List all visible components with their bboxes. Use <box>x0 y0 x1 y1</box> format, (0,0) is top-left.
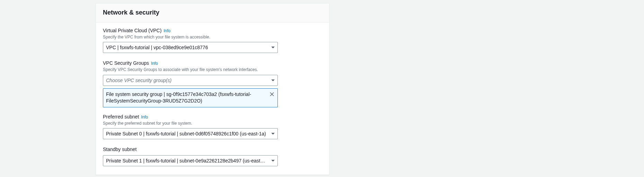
vpc-info-link[interactable]: Info <box>164 28 170 33</box>
standby-subnet-value: Private Subnet 1 | fsxwfs-tutorial | sub… <box>106 158 266 163</box>
close-icon[interactable] <box>269 91 275 97</box>
vpc-field: Virtual Private Cloud (VPC) Info Specify… <box>103 27 322 53</box>
caret-down-icon <box>271 47 275 48</box>
security-group-token: File system security group | sg-0f9c1577… <box>103 88 278 107</box>
standby-subnet-label: Standby subnet <box>103 147 136 152</box>
vpc-label: Virtual Private Cloud (VPC) <box>103 28 161 33</box>
preferred-subnet-description: Specify the preferred subnet for your fi… <box>103 121 322 126</box>
preferred-subnet-info-link[interactable]: Info <box>141 115 148 120</box>
vpc-description: Specify the VPC from which your file sys… <box>103 34 322 40</box>
preferred-subnet-select[interactable]: Private Subnet 0 | fsxwfs-tutorial | sub… <box>103 128 278 139</box>
security-groups-field: VPC Security Groups Info Specify VPC Sec… <box>103 60 322 107</box>
security-group-token-label: File system security group | sg-0f9c1577… <box>106 91 251 104</box>
preferred-subnet-label: Preferred subnet <box>103 114 139 120</box>
network-security-panel: Network & security Virtual Private Cloud… <box>96 3 329 175</box>
security-groups-placeholder: Choose VPC security group(s) <box>106 78 171 83</box>
standby-subnet-field: Standby subnet Private Subnet 1 | fsxwfs… <box>103 146 322 166</box>
security-groups-info-link[interactable]: Info <box>151 61 158 66</box>
caret-down-icon <box>271 160 275 161</box>
standby-subnet-select[interactable]: Private Subnet 1 | fsxwfs-tutorial | sub… <box>103 155 278 166</box>
panel-title: Network & security <box>103 9 322 16</box>
security-groups-label: VPC Security Groups <box>103 60 149 66</box>
preferred-subnet-value: Private Subnet 0 | fsxwfs-tutorial | sub… <box>106 131 266 136</box>
vpc-select[interactable]: VPC | fsxwfs-tutorial | vpc-038ed9ce9e01… <box>103 42 278 53</box>
vpc-select-value: VPC | fsxwfs-tutorial | vpc-038ed9ce9e01… <box>106 45 208 50</box>
security-groups-description: Specify VPC Security Groups to associate… <box>103 67 322 73</box>
preferred-subnet-field: Preferred subnet Info Specify the prefer… <box>103 114 322 139</box>
panel-body: Virtual Private Cloud (VPC) Info Specify… <box>96 23 329 175</box>
security-groups-select[interactable]: Choose VPC security group(s) <box>103 75 278 86</box>
panel-header: Network & security <box>96 3 329 23</box>
caret-down-icon <box>271 133 275 135</box>
caret-down-icon <box>271 79 275 81</box>
